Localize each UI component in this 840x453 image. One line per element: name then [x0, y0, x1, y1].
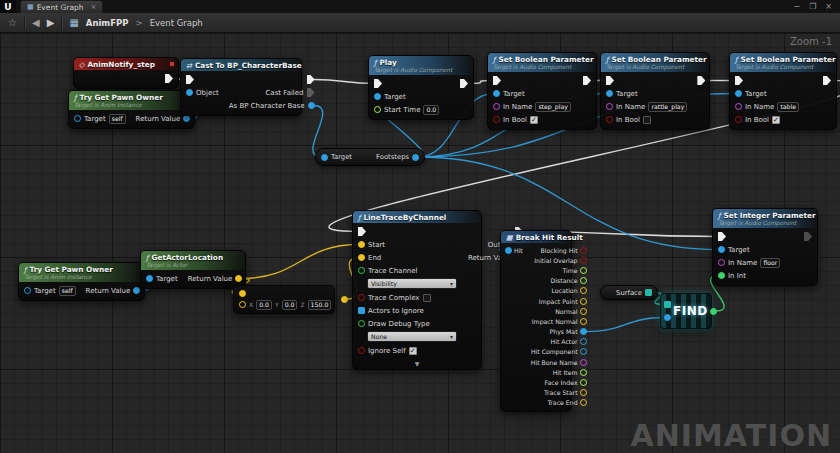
- in-bool-pin[interactable]: [606, 116, 613, 123]
- exec-pin[interactable]: [165, 74, 173, 83]
- expand-node-button[interactable]: ▼: [353, 360, 481, 369]
- cast-failed-pin[interactable]: [307, 88, 315, 97]
- node-header[interactable]: ƒTry Get Pawn OwnerTarget is Anim Instan…: [69, 91, 194, 110]
- hit-pin[interactable]: [505, 247, 512, 254]
- value-box[interactable]: 0.0: [423, 105, 439, 115]
- exec-pin[interactable]: [374, 79, 382, 88]
- end-pin[interactable]: [358, 254, 365, 261]
- value-pin[interactable]: [341, 296, 348, 303]
- exec-pin[interactable]: [493, 76, 501, 85]
- node-header[interactable]: ▦Break Hit Result: [501, 231, 571, 243]
- ignore-self-pin[interactable]: [358, 347, 365, 354]
- face-index-pin[interactable]: [580, 379, 587, 386]
- graph-canvas[interactable]: Zoom -1 ◇AnimNotify_stepƒTry Get Pawn Ow…: [0, 33, 840, 453]
- node-set-integer-parameter[interactable]: ƒSet Integer ParameterTarget is Audio Co…: [712, 208, 818, 286]
- value-box[interactable]: table: [777, 102, 799, 112]
- value-box[interactable]: step_play: [535, 102, 571, 112]
- in-bool-pin[interactable]: [735, 116, 742, 123]
- checkbox[interactable]: ✓: [530, 116, 538, 124]
- node-animnotify-step[interactable]: ◇AnimNotify_step: [73, 57, 179, 89]
- tab-close-icon[interactable]: ×: [91, 3, 97, 11]
- node-header[interactable]: ƒSet Boolean ParameterTarget is Audio Co…: [730, 53, 836, 72]
- hit-bone-name-pin[interactable]: [580, 359, 587, 366]
- node-linetracebychannel[interactable]: ƒLineTraceByChannelStartEndTrace Channel…: [352, 210, 482, 370]
- return-value-pin[interactable]: [183, 115, 190, 122]
- node-header[interactable]: ⇄Cast To BP_CharacterBase: [181, 59, 301, 71]
- dropdown[interactable]: Visibility▾: [367, 278, 457, 289]
- target-pin[interactable]: [493, 90, 500, 97]
- blocking-hit-pin[interactable]: [580, 247, 587, 254]
- node-header[interactable]: ◇AnimNotify_step: [74, 58, 178, 70]
- exec-pin[interactable]: [186, 75, 194, 84]
- value-pin[interactable]: [239, 301, 246, 308]
- actors-to-ignore-pin[interactable]: [358, 307, 365, 314]
- value-box[interactable]: 0.0: [282, 300, 298, 310]
- node-surface[interactable]: Surface: [600, 285, 658, 300]
- object-pin[interactable]: [186, 89, 193, 96]
- node-cast-to-bp-characterbase[interactable]: ⇄Cast To BP_CharacterBaseObjectCast Fail…: [180, 58, 302, 116]
- value-box[interactable]: self: [109, 114, 126, 124]
- checkbox[interactable]: ✓: [409, 347, 417, 355]
- surface-pin[interactable]: [645, 289, 652, 296]
- trace-start-pin[interactable]: [580, 389, 587, 396]
- node-header[interactable]: ƒSet Boolean ParameterTarget is Audio Co…: [488, 53, 596, 72]
- node-footsteps[interactable]: TargetFootsteps: [315, 148, 425, 166]
- checkbox[interactable]: ✓: [772, 116, 780, 124]
- phys-mat-pin[interactable]: [580, 328, 587, 335]
- favorite-star-icon[interactable]: ☆: [8, 18, 17, 28]
- exec-pin[interactable]: [823, 76, 831, 85]
- value-pin[interactable]: [664, 301, 671, 308]
- in-name-pin[interactable]: [606, 103, 613, 110]
- trace-complex-pin[interactable]: [358, 294, 365, 301]
- start-time-pin[interactable]: [374, 106, 381, 113]
- target-pin[interactable]: [606, 90, 613, 97]
- draw-debug-type-pin[interactable]: [358, 320, 365, 327]
- target-pin[interactable]: [74, 115, 81, 122]
- exec-pin[interactable]: [460, 79, 468, 88]
- exec-pin[interactable]: [307, 75, 315, 84]
- start-pin[interactable]: [358, 241, 365, 248]
- impact-normal-pin[interactable]: [580, 318, 587, 325]
- exec-pin[interactable]: [804, 232, 812, 241]
- target-pin[interactable]: [146, 275, 153, 282]
- back-button[interactable]: ◀: [32, 18, 40, 28]
- target-pin[interactable]: [718, 246, 725, 253]
- return-value-pin[interactable]: [133, 287, 140, 294]
- node-header[interactable]: ƒSet Integer ParameterTarget is Audio Co…: [713, 209, 817, 228]
- node-getactorlocation[interactable]: ƒGetActorLocationTarget is ActorTargetRe…: [140, 250, 246, 289]
- distance-pin[interactable]: [580, 277, 587, 284]
- target-pin[interactable]: [735, 90, 742, 97]
- minimize-button[interactable]: −: [793, 2, 800, 11]
- target-pin[interactable]: [374, 93, 381, 100]
- node-header[interactable]: ƒPlayTarget is Audio Component: [369, 56, 473, 75]
- node-set-boolean-parameter-3[interactable]: ƒSet Boolean ParameterTarget is Audio Co…: [729, 52, 837, 130]
- node-break-hit-result[interactable]: ▦Break Hit ResultHitBlocking HitInitial …: [500, 230, 572, 412]
- in-name-pin[interactable]: [735, 103, 742, 110]
- node-header[interactable]: ƒLineTraceByChannel: [353, 211, 481, 223]
- value-box[interactable]: rattle_play: [648, 102, 687, 112]
- exec-pin[interactable]: [718, 232, 726, 241]
- time-pin[interactable]: [580, 267, 587, 274]
- hit-actor-pin[interactable]: [580, 338, 587, 345]
- forward-button[interactable]: ▶: [47, 18, 55, 28]
- as-bp-character-base-pin[interactable]: [308, 102, 315, 109]
- value-box[interactable]: self: [59, 286, 76, 296]
- dropdown[interactable]: None▾: [367, 331, 457, 342]
- in-int-pin[interactable]: [718, 272, 725, 279]
- value-pin[interactable]: [710, 308, 717, 315]
- value-box[interactable]: floor: [760, 258, 780, 268]
- checkbox[interactable]: [643, 116, 651, 124]
- exec-pin[interactable]: [735, 76, 743, 85]
- in-name-pin[interactable]: [493, 103, 500, 110]
- hit-item-pin[interactable]: [580, 369, 587, 376]
- in-bool-pin[interactable]: [493, 116, 500, 123]
- exec-pin[interactable]: [697, 76, 705, 85]
- node-header[interactable]: ƒGetActorLocationTarget is Actor: [141, 251, 245, 270]
- target-pin[interactable]: [321, 154, 328, 161]
- node-vector-offset[interactable]: X0.0Y0.0Z150.0: [233, 285, 335, 314]
- node-try-get-pawn-owner-2[interactable]: ƒTry Get Pawn OwnerTarget is Anim Instan…: [18, 262, 145, 301]
- exec-pin[interactable]: [583, 76, 591, 85]
- node-play[interactable]: ƒPlayTarget is Audio ComponentTargetStar…: [368, 55, 474, 120]
- target-pin[interactable]: [24, 287, 31, 294]
- hit-component-pin[interactable]: [580, 348, 587, 355]
